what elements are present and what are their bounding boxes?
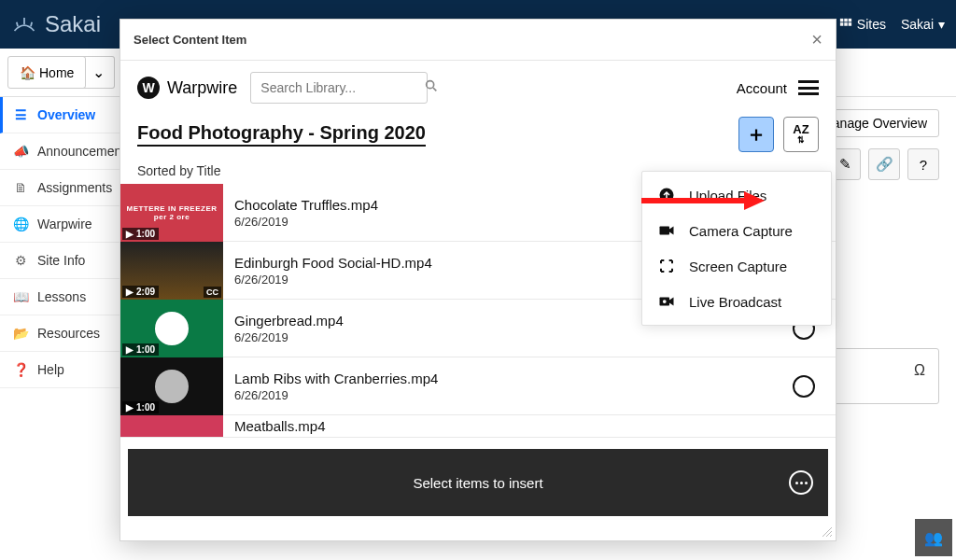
video-thumbnail: ▶2:09 CC	[120, 242, 223, 300]
resize-handle-icon[interactable]	[821, 525, 834, 539]
question-icon: ❓	[13, 362, 28, 377]
folder-icon: 📂	[13, 326, 28, 341]
svg-point-6	[427, 81, 434, 89]
search-input-wrap[interactable]	[250, 72, 428, 104]
search-input[interactable]	[260, 80, 424, 95]
svg-rect-5	[848, 22, 851, 26]
select-content-modal: Select Content Item × W Warpwire Account…	[120, 19, 836, 541]
svg-rect-2	[848, 19, 851, 22]
book-icon: 📖	[13, 289, 28, 304]
logo[interactable]: Sakai	[11, 11, 101, 37]
video-title: Meatballs.mp4	[234, 418, 824, 434]
gear-icon: ⚙	[13, 253, 28, 268]
svg-rect-4	[844, 22, 848, 26]
broadcast-icon	[657, 292, 676, 311]
svg-rect-3	[840, 22, 844, 26]
dropdown-live-broadcast[interactable]: Live Broadcast	[642, 284, 831, 319]
insert-footer: Select items to insert	[128, 449, 828, 516]
annotation-arrow	[641, 189, 765, 212]
screen-icon	[657, 257, 676, 275]
play-icon: ▶	[126, 287, 134, 297]
house-icon: 🏠	[20, 65, 35, 80]
camera-icon	[657, 221, 676, 240]
hamburger-icon[interactable]	[798, 80, 819, 95]
modal-title: Select Content Item	[134, 33, 246, 47]
account-link[interactable]: Account	[737, 80, 787, 96]
help-icon-button[interactable]: ?	[907, 148, 939, 180]
list-icon: ☰	[13, 107, 28, 122]
sakai-logo-icon	[11, 11, 37, 37]
user-menu[interactable]: Sakai ▾	[901, 17, 945, 32]
svg-point-10	[663, 300, 667, 303]
file-icon: 🗎	[13, 180, 28, 195]
play-icon: ▶	[126, 402, 134, 413]
dropdown-screen-capture[interactable]: Screen Capture	[642, 248, 831, 284]
svg-marker-12	[744, 191, 765, 210]
video-row[interactable]: ▶1:00 Lamb Ribs with Cranberries.mp46/26…	[120, 357, 836, 415]
svg-rect-0	[840, 19, 844, 22]
video-thumbnail: ▶1:00	[120, 357, 223, 415]
search-icon[interactable]	[424, 78, 439, 97]
library-title[interactable]: Food Photography - Spring 2020	[137, 122, 426, 147]
home-button[interactable]: 🏠 Home	[7, 56, 86, 89]
sort-arrows-icon: ⇅	[797, 135, 805, 145]
warpwire-brand[interactable]: W Warpwire	[137, 77, 237, 99]
video-thumbnail: ▶1:00	[120, 300, 223, 357]
chevron-down-icon: ▾	[938, 17, 945, 32]
play-icon: ▶	[126, 344, 134, 355]
people-float-button[interactable]: 👥	[915, 519, 952, 556]
video-thumbnail: METTERE IN FREEZER per 2 ore ▶1:00	[120, 184, 223, 242]
close-icon[interactable]: ×	[811, 29, 822, 50]
dropdown-camera-capture[interactable]: Camera Capture	[642, 213, 831, 248]
bullhorn-icon: 📣	[13, 144, 28, 159]
video-thumbnail	[120, 415, 223, 438]
more-icon[interactable]	[789, 470, 813, 495]
cc-badge: CC	[204, 287, 221, 298]
add-button[interactable]: ＋	[738, 117, 774, 152]
sites-link[interactable]: Sites	[839, 17, 886, 32]
svg-rect-8	[660, 227, 670, 235]
logo-text: Sakai	[45, 11, 101, 37]
omega-icon[interactable]: Ω	[914, 362, 925, 379]
video-title: Lamb Ribs with Cranberries.mp4	[234, 371, 781, 386]
video-date: 6/26/2019	[234, 388, 781, 402]
warpwire-logo-icon: W	[137, 77, 160, 99]
video-row[interactable]: Meatballs.mp4	[120, 415, 836, 438]
sort-az-button[interactable]: AZ⇅	[783, 117, 819, 152]
home-dropdown-caret[interactable]: ⌄	[83, 56, 115, 89]
video-date: 6/26/2019	[234, 330, 781, 344]
link-icon-button[interactable]: 🔗	[868, 148, 900, 180]
chevron-down-icon: ⌄	[92, 64, 105, 80]
svg-rect-1	[844, 19, 848, 22]
select-radio[interactable]	[793, 375, 815, 398]
play-icon: ▶	[126, 229, 134, 239]
grid-icon	[839, 18, 852, 31]
globe-icon: 🌐	[13, 217, 28, 231]
